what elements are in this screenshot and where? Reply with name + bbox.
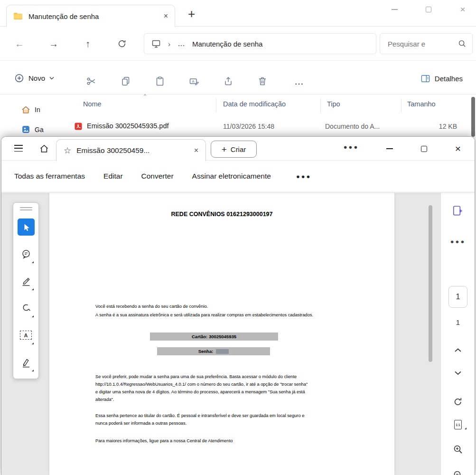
- refresh-button[interactable]: [114, 36, 130, 52]
- create-button[interactable]: + Criar: [211, 141, 257, 158]
- file-row[interactable]: Emissão 30025045935.pdf 11/03/2026 15:48…: [69, 117, 469, 136]
- select-arrow-icon: [18, 218, 35, 236]
- minimize-button[interactable]: [383, 142, 396, 156]
- back-button[interactable]: ←: [12, 36, 27, 52]
- panel-more-button[interactable]: ●●●: [441, 237, 475, 246]
- minimize-button[interactable]: [389, 3, 400, 16]
- details-button[interactable]: Detalhes: [420, 71, 463, 86]
- search-icon[interactable]: [458, 39, 467, 48]
- plus-icon: +: [222, 145, 227, 154]
- add-text-tool[interactable]: A: [15, 322, 37, 349]
- chevron-down-icon: [49, 76, 54, 80]
- pdf-document-title: REDE CONVÊNIOS 01621293000197: [49, 211, 394, 218]
- rename-button[interactable]: A: [185, 73, 204, 90]
- circle-plus-icon: [14, 73, 24, 83]
- column-header-modified[interactable]: Data de modificação: [223, 100, 286, 108]
- zoom-out-button[interactable]: [441, 469, 475, 475]
- explorer-tab-title: Manutenção de senha: [28, 12, 158, 20]
- menu-all-tools[interactable]: Todas as ferramentas: [14, 172, 85, 180]
- svg-text:A: A: [192, 79, 195, 84]
- explorer-tab[interactable]: Manutenção de senha ×: [6, 5, 175, 27]
- previous-page-button[interactable]: [441, 347, 475, 353]
- close-button[interactable]: ×: [457, 3, 468, 16]
- pdf-file-icon: [74, 122, 83, 131]
- sidebar-item-gallery[interactable]: Ga: [21, 125, 44, 134]
- fill-sign-tool[interactable]: [15, 349, 37, 376]
- address-bar[interactable]: › … Manutenção de senha: [144, 33, 376, 54]
- this-pc-icon: [151, 39, 161, 48]
- breadcrumb-current-folder[interactable]: Manutenção de senha: [192, 40, 262, 48]
- pdf-paragraph-contact: Para maiores informações, ligue para a n…: [95, 438, 233, 443]
- pdf-paragraph-ownership: Essa senha pertence ao titular do cartão…: [95, 412, 304, 427]
- folder-icon: [13, 12, 23, 20]
- share-button[interactable]: [219, 73, 238, 90]
- rotate-page-button[interactable]: [441, 396, 475, 408]
- explorer-nav-bar: ← → ↑ › … Manutenção de senha: [0, 27, 476, 61]
- column-header-size[interactable]: Tamanho: [407, 100, 436, 108]
- acrobat-window: ☆ Emissão 300250459... × + Criar ●●● × T…: [1, 136, 475, 475]
- sort-ascending-icon: ^: [144, 93, 146, 99]
- text-box-icon: A: [20, 331, 32, 340]
- maximize-button[interactable]: [423, 3, 434, 16]
- comment-tool[interactable]: [15, 240, 37, 267]
- star-icon[interactable]: ☆: [64, 145, 71, 156]
- document-tab[interactable]: ☆ Emissão 300250459... ×: [56, 139, 206, 161]
- menu-edit[interactable]: Editar: [103, 172, 123, 180]
- one-to-one-icon: 1:1: [454, 420, 462, 429]
- tool-rail-drag-handle[interactable]: [20, 206, 32, 213]
- menu-convert[interactable]: Converter: [141, 172, 174, 180]
- up-button[interactable]: ↑: [80, 36, 95, 52]
- ai-assistant-icon[interactable]: [441, 203, 475, 218]
- actual-size-button[interactable]: 1:1: [441, 419, 475, 430]
- file-type: Documento do A...: [325, 123, 380, 130]
- next-page-button[interactable]: [441, 370, 475, 376]
- explorer-scrollbar[interactable]: [471, 97, 475, 137]
- select-tool[interactable]: [15, 213, 37, 240]
- close-document-icon[interactable]: ×: [194, 147, 198, 154]
- tool-rail: A: [13, 202, 39, 379]
- right-panel: ●●● 1 1 1:1: [440, 193, 475, 475]
- zoom-in-button[interactable]: [441, 444, 475, 455]
- gallery-icon: [21, 125, 30, 134]
- file-name: Emissão 30025045935.pdf: [87, 122, 169, 130]
- home-folder-icon: [21, 105, 30, 114]
- close-tab-icon[interactable]: ×: [164, 12, 168, 20]
- delete-button[interactable]: [253, 73, 272, 90]
- breadcrumb-chevron-icon[interactable]: ›: [168, 40, 170, 48]
- titlebar-more-button[interactable]: ●●●: [340, 143, 362, 151]
- more-options-button[interactable]: …: [289, 73, 308, 90]
- menu-more-button[interactable]: ●●●: [296, 173, 312, 180]
- acrobat-menu-bar: Todas as ferramentas Editar Converter As…: [1, 161, 475, 192]
- file-size: 12 KB: [439, 123, 457, 130]
- search-input[interactable]: [388, 40, 458, 48]
- draw-tool[interactable]: [15, 294, 37, 322]
- redacted-password: [216, 349, 229, 354]
- sidebar-item-home[interactable]: In: [21, 105, 40, 114]
- page-number-input[interactable]: 1: [441, 286, 475, 308]
- pdf-scrollbar[interactable]: [429, 205, 432, 362]
- menu-hamburger-icon[interactable]: [14, 145, 23, 152]
- home-icon[interactable]: [39, 143, 49, 154]
- forward-button[interactable]: →: [46, 36, 61, 52]
- cut-button[interactable]: [82, 73, 101, 90]
- column-header-name[interactable]: Nome: [83, 100, 102, 108]
- page-total: 1: [441, 317, 475, 327]
- highlight-tool[interactable]: [15, 267, 37, 294]
- breadcrumb-ellipsis[interactable]: …: [177, 39, 185, 48]
- create-button-label: Criar: [231, 145, 246, 153]
- details-button-label: Detalhes: [435, 75, 463, 83]
- sidebar-item-gallery-label: Ga: [35, 126, 44, 133]
- column-header-type[interactable]: Tipo: [327, 100, 340, 108]
- close-button[interactable]: ×: [452, 142, 464, 156]
- password-box: Senha:: [157, 347, 270, 355]
- card-number-box: Cartão: 30025045935: [150, 332, 278, 341]
- paste-button[interactable]: [150, 73, 169, 90]
- menu-sign[interactable]: Assinar eletronicamente: [192, 172, 271, 180]
- maximize-button[interactable]: [418, 142, 430, 156]
- copy-button[interactable]: [116, 73, 135, 90]
- new-button[interactable]: Novo: [10, 68, 58, 87]
- search-box: [380, 33, 473, 54]
- acrobat-title-bar: ☆ Emissão 300250459... × + Criar ●●● ×: [1, 137, 475, 161]
- pdf-intro-paragraph: Você está recebendo a senha do seu cartã…: [95, 303, 313, 319]
- new-tab-button[interactable]: +: [188, 7, 195, 21]
